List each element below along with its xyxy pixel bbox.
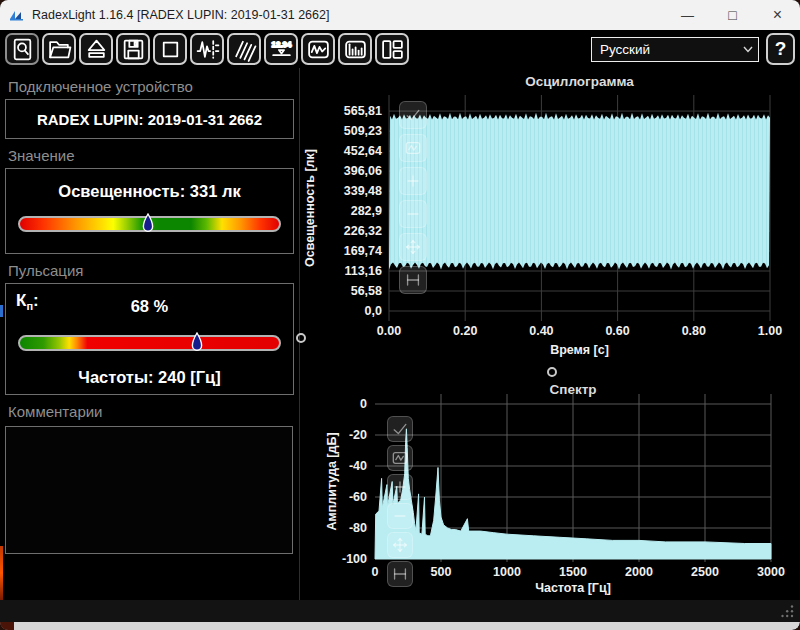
pan-icon xyxy=(403,237,423,257)
y-tick-label: 0 xyxy=(360,397,367,411)
x-tick-label: 2500 xyxy=(691,565,719,579)
save-button[interactable] xyxy=(116,33,150,65)
charts-pane: Осциллограмма565,81509,23452,64396,06339… xyxy=(300,68,800,600)
pulsation-marker-icon xyxy=(191,332,203,354)
chevron-down-icon xyxy=(741,42,755,56)
checkbox-icon xyxy=(403,105,423,125)
stop-button[interactable] xyxy=(153,33,187,65)
fit-width-icon xyxy=(390,564,410,584)
zoom-in-tool-button[interactable] xyxy=(399,167,427,195)
app-window: RadexLight 1.16.4 [RADEX LUPIN: 2019-01-… xyxy=(0,0,800,630)
device-section-header: Подключенное устройство xyxy=(0,70,299,99)
zoom-out-tool-button[interactable] xyxy=(387,503,413,529)
y-tick-label: 509,23 xyxy=(344,124,382,138)
waveform-area xyxy=(389,113,770,270)
eject-button[interactable] xyxy=(79,33,113,65)
pan-icon xyxy=(390,535,410,555)
oscillogram-view-icon xyxy=(306,37,331,62)
checkbox-tool-button[interactable] xyxy=(387,416,413,442)
value-section-header: Значение xyxy=(0,139,299,168)
device-name: RADEX LUPIN: 2019-01-31 2662 xyxy=(37,111,262,128)
x-axis-label: Частота [Гц] xyxy=(535,581,611,595)
spectrum-view-icon xyxy=(343,37,368,62)
y-tick-label: -100 xyxy=(342,552,367,566)
curve-tool-button[interactable] xyxy=(387,445,413,471)
illuminance-marker-icon xyxy=(142,213,154,235)
y-tick-label: -80 xyxy=(349,521,367,535)
y-tick-label: 565,81 xyxy=(344,104,382,118)
app-logo-icon xyxy=(9,7,25,23)
y-axis-label: Амплитуда [дБ] xyxy=(325,432,339,530)
zoom-in-icon xyxy=(390,477,410,497)
x-tick-label: 1000 xyxy=(493,565,521,579)
pulsation-scale xyxy=(18,335,281,351)
window-bottom-edge xyxy=(0,622,800,630)
fit-width-icon xyxy=(403,270,423,290)
help-button[interactable]: ? xyxy=(766,33,795,65)
minimize-button[interactable]: — xyxy=(665,0,710,30)
y-tick-label: 56,58 xyxy=(351,284,382,298)
signal-trace-icon xyxy=(195,37,220,62)
zoom-in-tool-button[interactable] xyxy=(387,474,413,500)
checkbox-tool-button[interactable] xyxy=(399,101,427,129)
resize-grip[interactable] xyxy=(780,604,795,619)
curve-tool-button[interactable] xyxy=(399,134,427,162)
vertical-splitter-handle[interactable] xyxy=(296,333,306,343)
svg-text:12.34: 12.34 xyxy=(271,39,291,48)
x-tick-label: 0.00 xyxy=(377,324,401,338)
y-tick-label: 226,32 xyxy=(344,224,382,238)
oscillogram-chart[interactable]: Осциллограмма565,81509,23452,64396,06339… xyxy=(300,68,799,380)
toolbar: 12.34 Русский ? xyxy=(0,30,800,68)
zoom-out-tool-button[interactable] xyxy=(399,200,427,228)
x-tick-label: 1500 xyxy=(559,565,587,579)
y-axis-label: Освещенность [лк] xyxy=(303,149,317,267)
x-axis-label: Время [с] xyxy=(550,343,609,357)
fit-width-tool-button[interactable] xyxy=(399,266,427,294)
save-icon xyxy=(121,37,146,62)
y-tick-label: -60 xyxy=(349,490,367,504)
toolbar-buttons: 12.34 xyxy=(5,33,412,65)
open-folder-button[interactable] xyxy=(42,33,76,65)
spectrum-view-button[interactable] xyxy=(338,33,372,65)
illuminance-reading: Освещенность: 331 лк xyxy=(6,169,293,201)
kp-value: 68 % xyxy=(6,284,293,316)
x-tick-label: 1.00 xyxy=(758,324,782,338)
zoom-in-icon xyxy=(403,171,423,191)
layout-panels-button[interactable] xyxy=(375,33,409,65)
comments-section-header: Комментарии xyxy=(0,395,299,424)
window-title: RadexLight 1.16.4 [RADEX LUPIN: 2019-01-… xyxy=(32,8,665,22)
fit-width-tool-button[interactable] xyxy=(387,561,413,587)
x-tick-label: 500 xyxy=(431,565,452,579)
illuminance-box: Освещенность: 331 лк xyxy=(5,168,294,254)
y-tick-label: -20 xyxy=(349,428,367,442)
hatch-stripes-button[interactable] xyxy=(227,33,261,65)
numeric-display-button[interactable]: 12.34 xyxy=(264,33,298,65)
x-tick-label: 2000 xyxy=(625,565,653,579)
kp-label: Кп: xyxy=(16,291,39,312)
y-tick-label: 282,9 xyxy=(351,204,382,218)
spectrum-tool-overlay xyxy=(387,416,413,587)
pan-tool-button[interactable] xyxy=(399,233,427,261)
title-bar: RadexLight 1.16.4 [RADEX LUPIN: 2019-01-… xyxy=(0,0,800,30)
status-bar xyxy=(0,600,800,622)
horizontal-splitter-handle[interactable] xyxy=(547,367,557,377)
x-tick-label: 0.60 xyxy=(605,324,629,338)
comments-textarea[interactable] xyxy=(5,426,293,554)
pulsation-gradient-bar xyxy=(18,335,281,351)
signal-trace-button[interactable] xyxy=(190,33,224,65)
y-tick-label: 452,64 xyxy=(344,144,382,158)
maximize-button[interactable]: □ xyxy=(710,0,755,30)
pulsation-box: Кп: 68 % Частоты: 240 [Гц] xyxy=(5,283,294,395)
spectrum-chart[interactable]: Спектр0-20-40-60-80-10005001000150020002… xyxy=(300,380,799,600)
x-tick-label: 0.40 xyxy=(529,324,553,338)
y-tick-label: 396,06 xyxy=(344,164,382,178)
language-dropdown[interactable]: Русский xyxy=(591,37,759,62)
close-button[interactable]: × xyxy=(755,0,800,30)
x-tick-label: 0.80 xyxy=(682,324,706,338)
pulsation-section-header: Пульсация xyxy=(0,254,299,283)
toolbar-right: Русский ? xyxy=(591,33,795,65)
pan-tool-button[interactable] xyxy=(387,532,413,558)
checkbox-icon xyxy=(390,419,410,439)
zoom-document-button[interactable] xyxy=(5,33,39,65)
oscillogram-view-button[interactable] xyxy=(301,33,335,65)
